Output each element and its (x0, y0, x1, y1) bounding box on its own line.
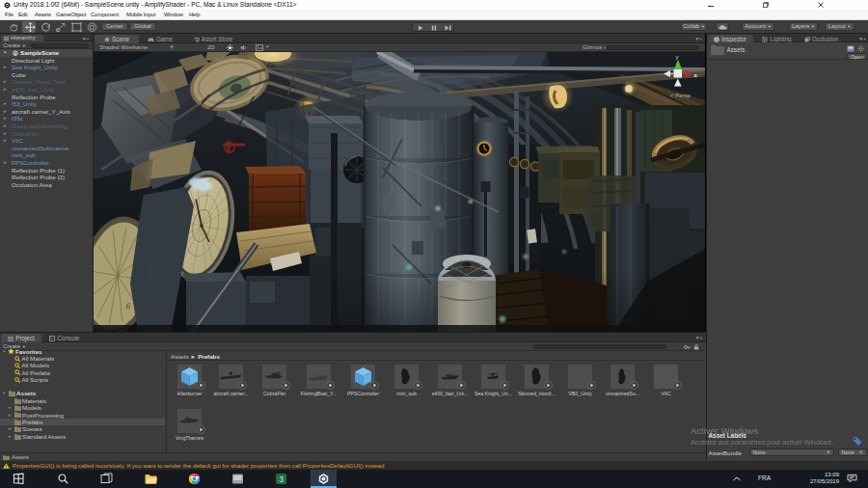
svg-text:x: x (694, 72, 698, 78)
svg-text:3: 3 (279, 474, 284, 483)
svg-text:y: y (676, 54, 679, 60)
